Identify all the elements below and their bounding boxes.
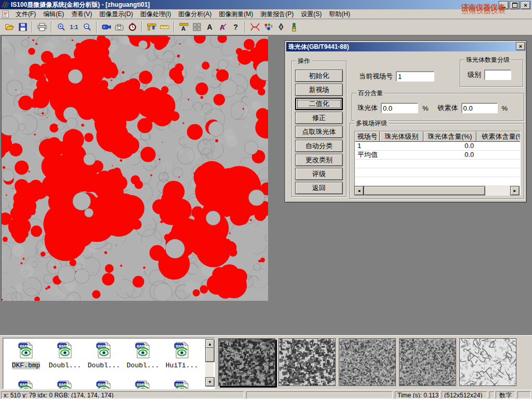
table-cell (380, 168, 423, 177)
toolbar-separator (96, 21, 97, 33)
op-button-6[interactable]: 自动分类 (295, 140, 343, 152)
thumbnail-2[interactable] (278, 338, 336, 386)
mode-status: 数字 (496, 391, 515, 398)
annotate-icon[interactable]: A (216, 21, 229, 34)
table-cell (355, 159, 380, 168)
zoom-out-icon[interactable] (81, 21, 94, 34)
table-cell (355, 168, 380, 177)
file-item-doubl[interactable]: BMPDoubl... (124, 341, 162, 369)
multiview-group: 多视场评级 视场号珠光体级别珠光体含量(%)铁素体含量(%) 10.0平均值0.… (350, 123, 524, 199)
table-row[interactable]: 10.0 (355, 142, 521, 151)
table-h-scrollbar[interactable]: ◄ ► (354, 186, 520, 194)
dialog-close-icon[interactable]: × (516, 42, 525, 50)
save-icon[interactable] (16, 21, 29, 34)
classify-icon[interactable]: 3 (261, 21, 274, 34)
grade-input[interactable] (484, 70, 511, 80)
table-cell (423, 159, 476, 168)
table-row[interactable]: 平均值0.0 (355, 151, 521, 159)
file-item-doubl[interactable]: BMPDoubl... (46, 341, 84, 369)
toolbar-separator (141, 21, 142, 33)
op-button-7[interactable]: 更改类别 (295, 154, 343, 166)
dialog-title-bar[interactable]: 珠光体(GB/T9441-88) (286, 42, 525, 51)
op-button-4[interactable]: 修正 (295, 112, 343, 124)
print-icon[interactable] (35, 21, 48, 34)
menu-item-4[interactable]: 图像显示(D) (96, 10, 137, 18)
menu-item-3[interactable]: 查看(V) (68, 10, 96, 18)
pearlite-unit: % (422, 104, 429, 112)
toolbar-separator (32, 21, 33, 33)
toolbar: 1:1AAA?3 (0, 19, 532, 35)
table-cell (476, 159, 521, 168)
current-field-input[interactable] (396, 71, 434, 82)
op-button-3[interactable]: 二值化 (295, 98, 343, 110)
menu-item-2[interactable]: 编辑(E) (39, 10, 68, 18)
brush-icon[interactable] (287, 21, 300, 34)
micrograph-image[interactable] (1, 35, 268, 301)
menu-item-1[interactable]: 文件(F) (12, 10, 39, 18)
file-item-partial[interactable]: BMP (163, 380, 201, 389)
table-header-3[interactable]: 珠光体含量(%) (423, 131, 476, 142)
menu-item-8[interactable]: 测量报告(P) (257, 10, 297, 18)
grade-label: 级别 (468, 70, 481, 79)
document-icon[interactable] (2, 10, 10, 18)
video-camera-icon[interactable] (100, 21, 113, 34)
file-browser[interactable]: BMPDKF.bmpBMPDoubl...BMPDoubl...BMPDoubl… (3, 338, 215, 389)
vendor-watermark: 济南仪器仪表 (461, 3, 505, 12)
ferrite-input[interactable] (461, 103, 498, 113)
file-item-partial[interactable]: BMP (46, 380, 84, 389)
ruler-icon[interactable] (158, 21, 171, 34)
table-row[interactable] (355, 159, 521, 168)
thumbnail-5[interactable] (459, 338, 516, 386)
caliper-icon[interactable] (145, 21, 158, 34)
file-scroll-thumb[interactable] (205, 348, 215, 362)
pen-icon[interactable] (274, 21, 287, 34)
file-v-scrollbar[interactable]: ▲ ▼ (205, 339, 214, 387)
table-header-2[interactable]: 珠光体级别 (380, 131, 423, 142)
open-icon[interactable] (3, 21, 16, 34)
pearlite-input[interactable] (381, 103, 418, 113)
scroll-down-icon[interactable]: ▼ (205, 377, 215, 387)
menu-item-5[interactable]: 图像处理(I) (137, 10, 175, 18)
thumbnail-1[interactable] (218, 338, 275, 386)
scroll-thumb[interactable] (364, 186, 485, 195)
text-icon[interactable]: A (203, 21, 216, 34)
toolbar-separator (245, 21, 246, 33)
file-item-dkfbmp[interactable]: BMPDKF.bmp (7, 341, 45, 369)
file-item-partial[interactable]: BMP (85, 380, 123, 389)
table-header-1[interactable]: 视场号 (355, 131, 380, 142)
close-button[interactable]: × (521, 1, 530, 9)
grid-icon[interactable] (190, 21, 203, 34)
file-item-partial[interactable]: BMP (124, 380, 162, 389)
op-button-9[interactable]: 返回 (295, 182, 343, 194)
op-button-2[interactable]: 新视场 (295, 84, 343, 96)
actual-size-icon[interactable]: 1:1 (68, 21, 81, 34)
scroll-left-icon[interactable]: ◄ (354, 186, 364, 195)
menu-item-7[interactable]: 图像测量(M) (215, 10, 257, 18)
op-button-1[interactable]: 初始化 (295, 70, 343, 82)
file-name: Doubl... (49, 362, 81, 369)
table-header-4[interactable]: 铁素体含量(%) (476, 131, 521, 142)
scroll-right-icon[interactable]: ► (510, 186, 520, 195)
file-item-huiti[interactable]: BMPHuiTi... (163, 341, 201, 369)
file-item-doubl[interactable]: BMPDoubl... (85, 341, 123, 369)
zoom-in-icon[interactable] (55, 21, 68, 34)
table-cell (476, 151, 521, 159)
maximize-button[interactable] (510, 1, 520, 9)
table-row[interactable] (355, 168, 521, 177)
menu-item-6[interactable]: 图像分析(A) (175, 10, 215, 18)
op-button-8[interactable]: 评级 (295, 168, 343, 180)
measure-text-icon[interactable]: A (177, 21, 190, 34)
thumbnail-4[interactable] (399, 338, 456, 386)
timer-icon[interactable] (126, 21, 139, 34)
thumbnail-3[interactable] (339, 338, 396, 386)
op-button-5[interactable]: 点取珠光体 (295, 126, 343, 138)
file-item-partial[interactable]: BMP (7, 380, 45, 389)
svg-text:3: 3 (270, 24, 272, 28)
photo-camera-icon[interactable] (113, 21, 126, 34)
curve-tool-icon[interactable] (248, 21, 261, 34)
table-row[interactable] (355, 177, 521, 186)
menu-item-10[interactable]: 帮助(H) (325, 10, 354, 18)
menu-item-9[interactable]: 设置(S) (297, 10, 325, 18)
file-name: Doubl... (88, 362, 120, 369)
help-icon[interactable]: ? (229, 21, 242, 34)
